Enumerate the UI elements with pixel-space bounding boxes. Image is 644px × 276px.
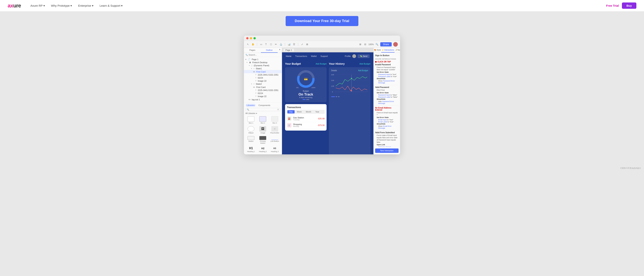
password-input-true: Password Input to "true" bbox=[378, 74, 398, 76]
add-budget-history[interactable]: Add Budget bbox=[358, 70, 368, 72]
comp-box1[interactable]: Box 1 bbox=[246, 116, 256, 125]
comp-search-input[interactable] bbox=[249, 108, 277, 110]
canvas-tab-page1[interactable]: Page 1 bbox=[284, 48, 294, 52]
tree-first-card-1[interactable]: ▭ First Card bbox=[244, 70, 282, 73]
fintech-nav: Home Transactions Wallet Support Profile… bbox=[282, 52, 374, 60]
comp-ellipse[interactable]: Ellipse bbox=[246, 126, 256, 134]
tree-logout[interactable]: ▭ log-out 1 bbox=[244, 98, 282, 101]
download-trial-button[interactable]: Download Your Free 30-day Trial bbox=[286, 16, 358, 26]
canvas-tab-bar: Page 1 bbox=[282, 48, 374, 52]
zoom-icon[interactable]: 🔍 bbox=[375, 43, 379, 46]
shape-icon[interactable]: ⬡ bbox=[269, 43, 273, 46]
tree-card-number-1[interactable]: T 2225-3441-5152-2351 bbox=[244, 73, 282, 76]
tree-date-1[interactable]: T 02/24 bbox=[244, 76, 282, 79]
welcome-screen-link[interactable]: Welcome Screen bbox=[378, 146, 398, 147]
comp-box3[interactable]: Box 3 bbox=[269, 116, 280, 125]
valid-password-condition: Else if true bbox=[377, 89, 398, 91]
tree-image-1[interactable]: T Image 22 bbox=[244, 79, 282, 82]
close-dot[interactable] bbox=[246, 37, 248, 40]
history-dot-1 bbox=[331, 96, 335, 97]
comp-link-button[interactable]: Link Button bbox=[269, 135, 280, 145]
buy-button[interactable]: Buy bbox=[622, 2, 636, 9]
tree-first-card-2[interactable]: ▭ First Card bbox=[244, 86, 282, 89]
condition-valid-form: Valid Form Submitted if error state of E… bbox=[375, 132, 398, 147]
tree-state1[interactable]: ▼ ≡ State1 bbox=[244, 67, 282, 70]
tree-fintech-desktop[interactable]: ▼ 🖥 Fintech Desktop bbox=[244, 61, 282, 64]
menu-icon[interactable]: ☰ bbox=[292, 43, 296, 46]
comp-filter-icon[interactable]: ⚙ bbox=[277, 108, 279, 110]
new-interaction-button[interactable]: New Interaction bbox=[375, 148, 398, 153]
distribute-icon[interactable]: ⊟ bbox=[364, 43, 367, 46]
tab-notes[interactable]: 📝 Notes bbox=[394, 48, 400, 52]
comp-box2[interactable]: Box 2 bbox=[257, 116, 268, 125]
nav-axure-rp[interactable]: Axure RP ▾ bbox=[30, 4, 45, 8]
pointer-icon[interactable]: ↖ bbox=[246, 43, 250, 46]
connector-icon[interactable]: ⚓ bbox=[279, 43, 282, 46]
fintech-send-button[interactable]: 💸 Send bbox=[358, 54, 370, 58]
search-input[interactable] bbox=[248, 54, 280, 56]
logo[interactable]: axure bbox=[8, 3, 21, 9]
comp-primary-button[interactable]: Primary Button bbox=[257, 135, 268, 145]
comp-h2[interactable]: H2Heading 2 bbox=[257, 146, 268, 153]
hand-icon[interactable]: ✋ bbox=[251, 43, 254, 46]
tab-style[interactable]: 🎨 Style bbox=[374, 48, 381, 52]
trans-tab-year[interactable]: Year bbox=[314, 110, 321, 114]
tab-interactions[interactable]: ⚡ Interactions bbox=[381, 48, 394, 52]
comp-image[interactable]: 🖼Image bbox=[257, 126, 268, 134]
comp-placeholder[interactable]: ✕Placeholder bbox=[269, 126, 280, 134]
free-trial-link[interactable]: Free Trial bbox=[606, 4, 619, 7]
text-icon[interactable]: T bbox=[264, 43, 268, 46]
fintech-nav-wallet[interactable]: Wallet bbox=[311, 55, 317, 57]
fintech-nav-profile[interactable]: Profile bbox=[345, 55, 350, 57]
filter-icon[interactable]: ▼ bbox=[278, 48, 282, 53]
navbar: axure Axure RP ▾ Why Prototype ▾ Enterpr… bbox=[0, 0, 644, 12]
tree-date-2[interactable]: T 02/24 bbox=[244, 92, 282, 95]
tree-label-page1: Page 1 bbox=[252, 58, 258, 60]
align-icon[interactable]: ⊞ bbox=[358, 43, 362, 46]
tree-state2[interactable]: ▼ ≡ State2 bbox=[244, 82, 282, 86]
fintech-nav-support[interactable]: Support bbox=[320, 55, 328, 57]
comp-filter[interactable]: All Libraries ▾ bbox=[246, 112, 280, 114]
comp-tab-libraries[interactable]: Libraries bbox=[246, 104, 256, 107]
add-history-link[interactable]: Add Budget bbox=[360, 62, 370, 65]
donut-label: 💳 bbox=[304, 77, 308, 81]
trans-tab-month[interactable]: Month bbox=[304, 110, 313, 114]
tab-pages[interactable]: Pages bbox=[244, 48, 261, 53]
fintech-nav-transactions[interactable]: Transactions bbox=[295, 55, 307, 57]
right-panel-tabs: 🎨 Style ⚡ Interactions 📝 Notes bbox=[374, 48, 400, 53]
fintech-nav-home[interactable]: Home bbox=[286, 55, 291, 57]
comp-filter-label: All Libraries bbox=[246, 112, 255, 114]
nav-learn-support[interactable]: Learn & Support ▾ bbox=[100, 4, 123, 8]
svg-text:0: 0 bbox=[332, 91, 333, 93]
expand-icon[interactable]: ⤢ bbox=[300, 43, 304, 46]
window-titlebar bbox=[244, 36, 400, 41]
minimize-dot[interactable] bbox=[250, 37, 252, 40]
nav-why-prototype[interactable]: Why Prototype ▾ bbox=[51, 4, 72, 8]
comp-button[interactable]: Button bbox=[246, 135, 256, 145]
maximize-dot[interactable] bbox=[254, 37, 256, 40]
chart-icon[interactable]: 📊 bbox=[287, 43, 291, 46]
tab-outline[interactable]: Outline bbox=[261, 48, 278, 53]
comp-h3[interactable]: H3Heading 3 bbox=[269, 146, 280, 153]
open-link-action: Open Link bbox=[377, 144, 398, 146]
budget-label-text: Budget bbox=[303, 90, 309, 92]
comp-tab-components[interactable]: Components bbox=[257, 104, 271, 107]
comp-h1[interactable]: H1Heading 1 bbox=[246, 146, 256, 153]
tree-label-fintech: Fintech Desktop bbox=[252, 61, 267, 64]
grid-icon[interactable]: ⊞ bbox=[306, 43, 309, 46]
condition-valid-password: Valid Password Else if true Set Error St… bbox=[375, 86, 398, 104]
history-progress-dots bbox=[331, 96, 368, 97]
add-budget-link[interactable]: Add Budget bbox=[316, 62, 327, 65]
rectangle-icon[interactable]: ▭ bbox=[259, 43, 263, 46]
user-avatar[interactable] bbox=[393, 42, 398, 47]
pen-icon[interactable]: ✏ bbox=[274, 43, 278, 46]
prog-dot-1 bbox=[302, 99, 306, 100]
tree-page1[interactable]: ▶ 📄 Page 1 bbox=[244, 58, 282, 61]
trans-tab-day[interactable]: Day bbox=[287, 110, 294, 114]
tree-dynamic-panel[interactable]: ▼ □ (Dynamic Panel) bbox=[244, 64, 282, 67]
tree-image-2[interactable]: T Image 22 bbox=[244, 95, 282, 98]
trans-tab-week[interactable]: Week bbox=[295, 110, 304, 114]
share-button[interactable]: Share bbox=[380, 42, 392, 46]
nav-enterprise[interactable]: Enterprise ▾ bbox=[78, 4, 94, 8]
tree-card-number-2[interactable]: T 2225-3441-5152-2351 bbox=[244, 89, 282, 92]
